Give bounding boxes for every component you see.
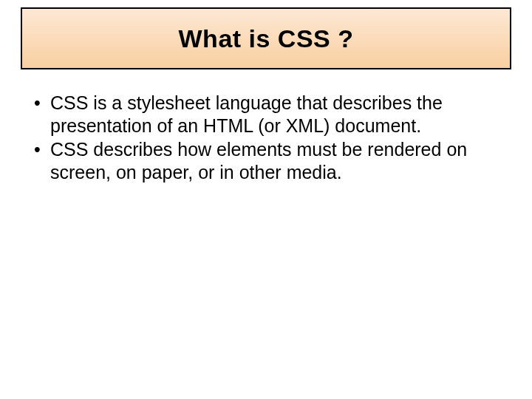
- bullet-text: CSS is a stylesheet language that descri…: [50, 92, 443, 136]
- slide-title: What is CSS ?: [179, 24, 354, 53]
- title-box: What is CSS ?: [21, 7, 511, 69]
- bullet-text: CSS describes how elements must be rende…: [50, 139, 467, 183]
- slide-content: CSS is a stylesheet language that descri…: [30, 92, 502, 183]
- list-item: CSS is a stylesheet language that descri…: [30, 92, 502, 137]
- bullet-list: CSS is a stylesheet language that descri…: [30, 92, 502, 183]
- list-item: CSS describes how elements must be rende…: [30, 138, 502, 183]
